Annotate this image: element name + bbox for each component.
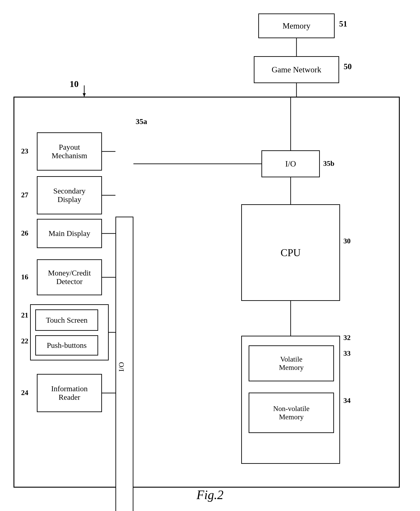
secondary-display-label: SecondaryDisplay <box>53 187 86 204</box>
diagram-label-10: 10 <box>70 79 79 89</box>
memory-box: Memory <box>258 14 335 38</box>
touch-screen-box: Touch Screen <box>35 309 98 331</box>
non-volatile-memory-box: Non-volatileMemory <box>249 393 334 433</box>
ref-game-network: 50 <box>344 62 352 71</box>
ref-24: 24 <box>21 389 28 397</box>
ref-23: 23 <box>21 147 28 155</box>
information-reader-box: InformationReader <box>37 374 102 412</box>
main-display-box: Main Display <box>37 219 102 248</box>
money-credit-box: Money/CreditDetector <box>37 259 102 295</box>
main-system-box: I/O 35a PayoutMechanism 23 SecondaryDisp… <box>14 97 400 488</box>
ref-26: 26 <box>21 229 28 237</box>
ref-30: 30 <box>343 237 351 245</box>
volatile-memory-box: VolatileMemory <box>249 345 334 381</box>
non-volatile-memory-label: Non-volatileMemory <box>273 404 309 421</box>
cpu-label: CPU <box>280 247 300 259</box>
diagram-container: Memory 51 Game Network 50 10 I/O 35a Pay… <box>0 0 420 511</box>
game-network-box: Game Network <box>254 56 339 83</box>
svg-marker-21 <box>83 93 86 97</box>
ref-34: 34 <box>343 397 351 405</box>
touch-screen-label: Touch Screen <box>46 316 88 324</box>
io-right-box: I/O <box>262 150 320 177</box>
io-right-label: I/O <box>285 159 296 168</box>
ref-memory: 51 <box>339 19 347 29</box>
push-buttons-label: Push-buttons <box>47 341 87 350</box>
ref-16: 16 <box>21 273 28 281</box>
push-buttons-box: Push-buttons <box>35 335 98 356</box>
payout-mechanism-box: PayoutMechanism <box>37 132 102 171</box>
information-reader-label: InformationReader <box>51 384 88 402</box>
ref-32: 32 <box>343 334 351 342</box>
memory-outer-box: VolatileMemory Non-volatileMemory <box>241 336 340 464</box>
payout-mechanism-label: PayoutMechanism <box>52 143 87 160</box>
ref-21: 21 <box>21 311 28 319</box>
main-display-label: Main Display <box>49 229 90 238</box>
secondary-display-box: SecondaryDisplay <box>37 176 102 214</box>
memory-label: Memory <box>283 21 310 31</box>
ref-35a: 35a <box>136 117 147 126</box>
ref-35b: 35b <box>323 159 334 168</box>
io-bus-label: I/O <box>117 362 126 372</box>
volatile-memory-label: VolatileMemory <box>279 355 304 372</box>
money-credit-label: Money/CreditDetector <box>48 269 91 286</box>
game-network-label: Game Network <box>272 65 321 74</box>
figure-label: Fig.2 <box>196 488 224 502</box>
input-group-box: Touch Screen Push-buttons <box>30 304 109 360</box>
cpu-box: CPU <box>241 204 340 301</box>
ref-22: 22 <box>21 337 28 345</box>
ref-33: 33 <box>343 349 351 358</box>
ref-27: 27 <box>21 191 28 199</box>
